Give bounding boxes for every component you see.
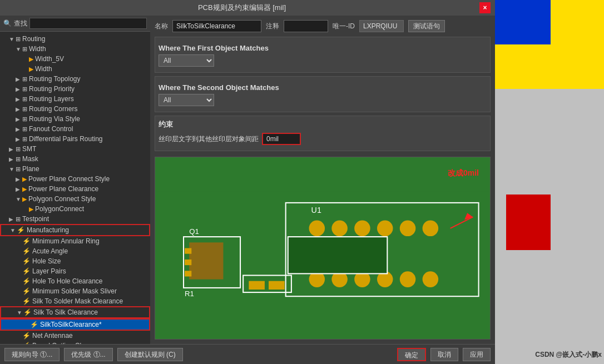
folder-icon: ⊞ <box>22 86 27 93</box>
svg-text:Q1: Q1 <box>189 227 199 236</box>
tree-item-smt[interactable]: ▶ ⊞ SMT <box>0 144 150 154</box>
first-match-dropdown[interactable]: All <box>159 54 214 67</box>
expand-arrow: ▶ <box>16 76 21 82</box>
tree-label: Hole To Hole Clearance <box>32 277 103 285</box>
expand-arrow: ▶ <box>16 136 21 142</box>
tree-item-plane[interactable]: ▼ ⊞ Plane <box>0 164 150 174</box>
tree-label: Minimum Annular Ring <box>32 237 100 245</box>
tree-label: Differential Pairs Routing <box>29 135 103 143</box>
tree-item-diff-pairs[interactable]: ▶ ⊞ Differential Pairs Routing <box>0 134 150 144</box>
apply-button[interactable]: 应用 <box>463 348 491 361</box>
tree-item-mask[interactable]: ▶ ⊞ Mask <box>0 154 150 164</box>
second-match-dropdown[interactable]: All <box>159 94 214 106</box>
spacer <box>16 248 21 255</box>
tree-item-net-antennae[interactable]: ⚡ Net Antennae <box>0 331 150 341</box>
first-match-section: Where The First Object Matches All <box>155 37 491 73</box>
tree-item-routing[interactable]: ▼ ⊞ Routing <box>0 34 150 44</box>
folder-icon: ⊞ <box>22 96 27 103</box>
tree-label: Routing Topology <box>29 75 81 83</box>
second-match-row: All <box>159 94 487 106</box>
rule-icon: ⚡ <box>22 237 31 245</box>
test-button[interactable]: 测试语句 <box>408 20 445 32</box>
tree-label: Width_5V <box>35 55 64 63</box>
tree-item-poly-connect-rule[interactable]: ▶ PolygonConnect <box>0 204 150 214</box>
tree-item-hole-size[interactable]: ⚡ Hole Size <box>0 256 150 266</box>
folder-icon: ⊞ <box>22 46 27 53</box>
cancel-button[interactable]: 取消 <box>430 348 458 361</box>
tree-label: Power Plane Connect Style <box>28 175 110 183</box>
tree-label: Polygon Connect Style <box>28 195 96 203</box>
spacer <box>16 298 21 305</box>
svg-text:U1: U1 <box>311 206 321 215</box>
folder-icon: ⊞ <box>22 106 27 113</box>
advanced-button[interactable]: 优先级 ①... <box>64 348 112 361</box>
deco-red <box>506 195 551 250</box>
search-label: 查找 <box>14 19 27 28</box>
svg-point-6 <box>377 221 393 237</box>
expand-arrow: ▶ <box>16 116 21 122</box>
tree-label: Net Antennae <box>32 332 73 340</box>
tree-label: Manufacturing <box>27 226 69 234</box>
tree-item-silk-to-silk[interactable]: ▼ ⚡ Silk To Silk Clearance <box>0 306 150 318</box>
ok-button[interactable]: 确定 <box>397 348 426 361</box>
rule-icon: ▶ <box>29 56 33 63</box>
spacer <box>16 258 21 265</box>
rule-header: 名称 注释 唯一-ID 测试语句 <box>155 20 491 32</box>
tree-item-fanout[interactable]: ▶ ⊞ Fanout Control <box>0 124 150 134</box>
tree-label: Silk To Silk Clearance <box>33 308 98 316</box>
svg-rect-23 <box>249 281 265 290</box>
folder-icon: ⊞ <box>16 146 21 153</box>
tree-item-layer-pairs[interactable]: ⚡ Layer Pairs <box>0 266 150 276</box>
rule-icon: ⚡ <box>22 332 31 340</box>
tree-container[interactable]: ▼ ⊞ Routing ▼ ⊞ Width ▶ Width_5V <box>0 32 150 344</box>
tree-item-pwr-connect[interactable]: ▶ ▶ Power Plane Connect Style <box>0 174 150 184</box>
tree-item-routing-topology[interactable]: ▶ ⊞ Routing Topology <box>0 74 150 84</box>
expand-arrow: ▼ <box>16 46 21 52</box>
spacer <box>22 56 28 62</box>
tree-item-routing-layers[interactable]: ▶ ⊞ Routing Layers <box>0 94 150 104</box>
tree-item-width2[interactable]: ▶ Width <box>0 64 150 74</box>
tree-item-silk-to-solder[interactable]: ⚡ Silk To Solder Mask Clearance <box>0 296 150 306</box>
tree-item-manufacturing[interactable]: ▼ ⚡ Manufacturing <box>0 224 150 236</box>
tree-item-silk-to-silk-rule[interactable]: ⚡ SilkToSilkClearance* <box>0 318 150 331</box>
tree-item-hole-to-hole[interactable]: ⚡ Hole To Hole Clearance <box>0 276 150 286</box>
tree-item-width5v[interactable]: ▶ Width_5V <box>0 54 150 64</box>
tree-item-poly-connect[interactable]: ▼ ▶ Polygon Connect Style <box>0 194 150 204</box>
tree-item-width[interactable]: ▼ ⊞ Width <box>0 44 150 54</box>
tree-item-routing-priority[interactable]: ▶ ⊞ Routing Priority <box>0 84 150 94</box>
rule-icon: ⚡ <box>22 247 31 255</box>
spacer <box>16 278 21 285</box>
expand-arrow: ▶ <box>16 186 21 192</box>
rule-icon: ⚡ <box>30 321 38 328</box>
search-input[interactable] <box>29 18 147 29</box>
tree-label: Minimum Solder Mask Sliver <box>32 287 117 295</box>
close-button[interactable]: × <box>479 2 491 13</box>
rule-wizard-button[interactable]: 规则向导 ①... <box>4 348 60 361</box>
pcb-svg: U1 <box>155 157 490 339</box>
unique-id-input[interactable] <box>359 20 404 32</box>
tree-label: Routing <box>22 35 45 43</box>
tree-item-routing-style[interactable]: ▶ ⊞ Routing Via Style <box>0 114 150 124</box>
rule-icon: ▶ <box>29 206 33 213</box>
tree-label: Routing Priority <box>29 85 75 93</box>
left-panel: 🔍 查找 ▼ ⊞ Routing ▼ ⊞ Width <box>0 16 150 344</box>
tree-item-routing-corners[interactable]: ▶ ⊞ Routing Corners <box>0 104 150 114</box>
tree-item-acute-angle[interactable]: ⚡ Acute Angle <box>0 246 150 256</box>
svg-text:R1: R1 <box>185 290 194 298</box>
tree-label: SMT <box>22 145 36 153</box>
tree-item-pwr-clearance[interactable]: ▶ ▶ Power Plane Clearance <box>0 184 150 194</box>
comment-input[interactable] <box>284 20 328 32</box>
rule-name-input[interactable] <box>172 20 261 32</box>
tree-item-min-solder[interactable]: ⚡ Minimum Solder Mask Sliver <box>0 286 150 296</box>
tree-item-testpoint[interactable]: ▶ ⊞ Testpoint <box>0 214 150 224</box>
create-default-button[interactable]: 创建默认规则 (C) <box>117 348 183 361</box>
folder-icon: ⊞ <box>22 126 27 133</box>
svg-rect-21 <box>185 271 191 276</box>
rule-icon: ▶ <box>22 176 27 183</box>
folder-icon: ⊞ <box>22 76 27 83</box>
expand-arrow: ▼ <box>10 227 16 233</box>
tree-label: Silk To Solder Mask Clearance <box>32 297 123 305</box>
constraint-value-input[interactable] <box>262 133 301 145</box>
tree-item-min-annular[interactable]: ⚡ Minimum Annular Ring <box>0 236 150 246</box>
constraint-row: 丝印层文字到其他丝印层对象间距 <box>159 133 487 145</box>
